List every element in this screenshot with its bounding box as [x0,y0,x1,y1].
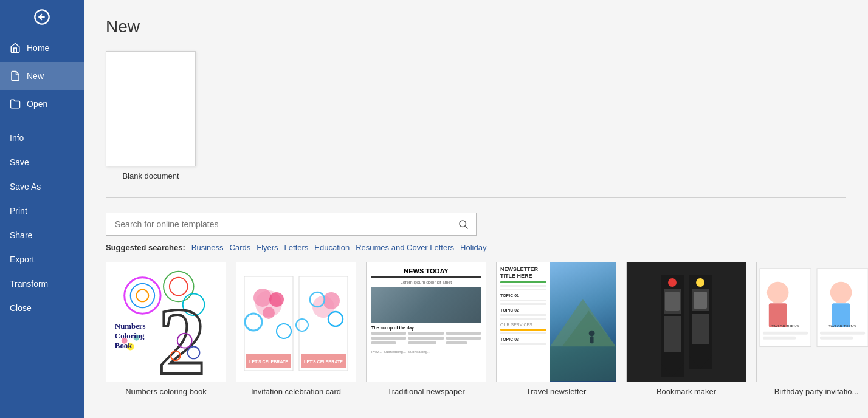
suggestion-holiday[interactable]: Holiday [460,243,486,252]
search-bar-row [106,213,846,236]
template-bookmark[interactable]: Bookmark maker [626,262,746,396]
svg-point-5 [131,284,155,308]
svg-text:Numbers: Numbers [115,322,146,331]
sidebar-item-home[interactable]: Home [0,34,84,62]
sidebar-item-print[interactable]: Print [0,199,84,223]
search-input-wrap [106,213,477,236]
search-icon [458,219,469,230]
svg-text:2: 2 [157,288,205,382]
open-icon [10,98,21,109]
template-invitation-card[interactable]: LET'S CELEBRATE LET'S CELEBRATE Invitati… [236,262,356,396]
news-columns [371,332,481,346]
suggestion-business[interactable]: Business [191,243,224,252]
sidebar-item-share[interactable]: Share [0,223,84,247]
search-section: Suggested searches: Business Cards Flyer… [106,213,846,252]
news-subtitle: Lorem ipsum dolor sit amet [371,280,481,284]
svg-rect-51 [820,337,853,340]
template-thumb-travel: NEWSLETTERTITLE HERE TOPIC 01 TOPIC 02 O… [496,262,616,382]
svg-point-6 [136,290,148,302]
main-content: New Blank document Suggested searches: B… [84,0,868,418]
template-newspaper[interactable]: NEWS TODAY Lorem ipsum dolor sit amet Th… [366,262,486,396]
section-divider [106,197,846,198]
sidebar-item-open-label: Open [27,99,47,109]
bookmark-1 [661,275,684,377]
suggestion-letters[interactable]: Letters [284,243,309,252]
travel-mountain-svg [550,262,616,382]
search-button[interactable] [450,214,476,235]
sidebar-item-new[interactable]: New [0,62,84,90]
template-label-invite: Invitation celebration card [251,387,341,396]
svg-rect-48 [763,332,808,335]
bookmark-2 [689,275,712,369]
suggested-label: Suggested searches: [106,243,185,252]
template-label-newspaper: Traditional newspaper [387,387,464,396]
template-numbers-coloring-book[interactable]: 2 Numbers Coloring Book [106,262,226,396]
sidebar-divider-1 [9,122,75,122]
templates-grid: 2 Numbers Coloring Book [106,262,846,396]
svg-text:TAYLOR TURNS: TAYLOR TURNS [771,324,799,328]
sidebar: Home New Open Info Save Save As Print Sh… [0,0,84,418]
sidebar-item-home-label: Home [27,43,49,53]
template-thumb-birthday: TAYLOR TURNS TAYLOR TURNS [756,262,868,382]
sidebar-item-open[interactable]: Open [0,90,84,118]
suggestion-resumes[interactable]: Resumes and Cover Letters [356,243,454,252]
travel-right-panel [550,262,616,382]
svg-point-40 [589,331,595,337]
svg-text:TAYLOR TURNS: TAYLOR TURNS [828,324,856,328]
travel-left-panel: NEWSLETTERTITLE HERE TOPIC 01 TOPIC 02 O… [497,262,550,382]
sidebar-item-save-as[interactable]: Save As [0,174,84,199]
svg-point-25 [263,307,275,319]
sidebar-item-info[interactable]: Info [0,126,84,150]
svg-point-23 [253,289,272,307]
page-title: New [106,17,846,36]
template-label-travel: Travel newsletter [526,387,587,396]
numbers-coloring-thumb-svg: 2 Numbers Coloring Book [106,262,226,382]
svg-text:Book: Book [115,341,133,350]
invite-thumb-svg: LET'S CELEBRATE LET'S CELEBRATE [241,264,351,380]
blank-doc-area: Blank document [106,51,846,180]
sidebar-item-export[interactable]: Export [0,247,84,272]
svg-point-46 [830,282,852,304]
svg-line-3 [465,226,467,228]
svg-text:LET'S CELEBRATE: LET'S CELEBRATE [304,360,343,364]
svg-point-44 [767,282,789,304]
blank-document-label: Blank document [106,171,196,180]
birthday-thumb-svg: TAYLOR TURNS TAYLOR TURNS [757,262,868,382]
svg-rect-41 [590,337,594,344]
svg-point-24 [269,292,284,307]
svg-point-2 [460,221,466,227]
template-thumb-newspaper: NEWS TODAY Lorem ipsum dolor sit amet Th… [366,262,486,382]
back-button[interactable] [0,0,84,34]
suggestion-flyers[interactable]: Flyers [257,243,278,252]
new-doc-icon [10,70,21,81]
blank-document-thumb[interactable] [106,51,196,166]
template-thumb-numbers: 2 Numbers Coloring Book [106,262,226,382]
svg-rect-49 [763,337,796,340]
template-birthday[interactable]: TAYLOR TURNS TAYLOR TURNS Birthday party… [756,262,868,396]
news-image [371,287,481,323]
svg-text:LET'S CELEBRATE: LET'S CELEBRATE [249,360,288,364]
suggestion-cards[interactable]: Cards [230,243,251,252]
sidebar-item-new-label: New [27,71,44,81]
template-thumb-bookmark [626,262,746,382]
news-header: NEWS TODAY [371,267,481,278]
sidebar-item-save[interactable]: Save [0,150,84,174]
template-label-birthday: Birthday party invitatio... [774,387,859,396]
sidebar-item-close[interactable]: Close [0,296,84,320]
news-footer-row: Prev...Subheading...Subheading... [371,350,481,354]
news-headline: The scoop of the day [371,326,481,330]
template-travel-newsletter[interactable]: NEWSLETTERTITLE HERE TOPIC 01 TOPIC 02 O… [496,262,616,396]
svg-text:Coloring: Coloring [115,332,145,340]
template-label-bookmark: Bookmark maker [656,387,716,396]
template-thumb-invite: LET'S CELEBRATE LET'S CELEBRATE [236,262,356,382]
sidebar-item-transform[interactable]: Transform [0,272,84,296]
template-label-numbers: Numbers coloring book [125,387,207,396]
svg-rect-50 [820,332,865,335]
svg-point-31 [323,292,340,309]
svg-rect-39 [550,346,616,381]
home-icon [10,43,21,53]
suggested-searches-row: Suggested searches: Business Cards Flyer… [106,243,846,252]
suggestion-education[interactable]: Education [314,243,350,252]
search-input[interactable] [106,213,450,235]
